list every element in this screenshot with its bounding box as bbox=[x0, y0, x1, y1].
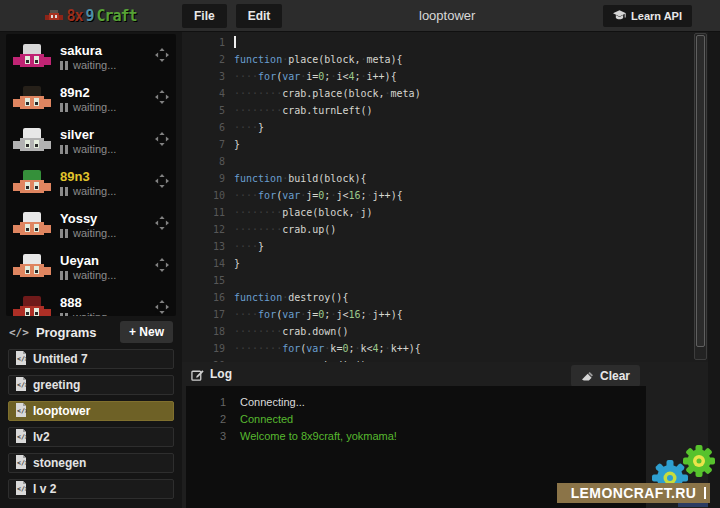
svg-text:</>: </> bbox=[17, 355, 27, 363]
code-text: } bbox=[234, 136, 240, 153]
player-name: 89n2 bbox=[60, 85, 155, 100]
program-file-icon: </> bbox=[15, 403, 27, 420]
code-line: 8 bbox=[182, 153, 708, 170]
move-icon[interactable] bbox=[155, 48, 169, 66]
code-text: function·place(block,·meta){ bbox=[234, 51, 403, 68]
code-line: 9function·build(block){ bbox=[182, 170, 708, 187]
player-row[interactable]: Ueyanwaiting... bbox=[6, 246, 176, 288]
program-item[interactable]: </>greeting bbox=[8, 375, 174, 395]
crab-body bbox=[20, 306, 44, 317]
line-number: 14 bbox=[182, 255, 234, 272]
svg-text:</>: </> bbox=[17, 381, 27, 389]
program-list: </>Untitled 7</>greeting</>looptower</>l… bbox=[0, 349, 182, 499]
player-row[interactable]: sakurawaiting... bbox=[6, 36, 176, 78]
code-text: ····} bbox=[234, 119, 264, 136]
log-title: Log bbox=[210, 367, 232, 381]
line-number: 16 bbox=[182, 289, 234, 306]
line-number: 18 bbox=[182, 323, 234, 340]
code-text: ········crab.down() bbox=[234, 323, 348, 340]
programs-title: Programs bbox=[36, 325, 120, 340]
program-file-icon: </> bbox=[15, 351, 27, 368]
crab-head bbox=[23, 212, 41, 222]
code-text: ····} bbox=[234, 238, 264, 255]
line-number: 12 bbox=[182, 221, 234, 238]
player-row[interactable]: 89n3waiting... bbox=[6, 162, 176, 204]
log-entry: 2Connected bbox=[186, 411, 646, 428]
program-file-icon: </> bbox=[15, 481, 27, 498]
player-row[interactable]: Yossywaiting... bbox=[6, 204, 176, 246]
code-line: 2function·place(block,·meta){ bbox=[182, 51, 708, 68]
clear-log-button[interactable]: Clear bbox=[571, 365, 640, 387]
watermark-text: LEMONCRAFT.RU bbox=[571, 485, 697, 501]
crab-eye bbox=[34, 56, 39, 64]
code-line: 19········for(var·k=0;·k<4;·k++){ bbox=[182, 340, 708, 357]
crab-body bbox=[20, 180, 44, 193]
code-line: 5········crab.turnLeft() bbox=[182, 102, 708, 119]
player-row[interactable]: 89n2waiting... bbox=[6, 78, 176, 120]
watermark-subtext bbox=[678, 503, 708, 507]
code-line: 15 bbox=[182, 272, 708, 289]
player-info: Ueyanwaiting... bbox=[60, 253, 155, 281]
log-entry-text: Connecting... bbox=[240, 394, 305, 411]
program-file-icon: </> bbox=[15, 429, 27, 446]
player-status-text: waiting... bbox=[73, 101, 116, 113]
player-status: waiting... bbox=[60, 143, 155, 155]
crab-head bbox=[23, 296, 41, 306]
editor-scrollbar-thumb[interactable] bbox=[696, 35, 705, 347]
move-icon[interactable] bbox=[155, 216, 169, 234]
pause-icon bbox=[60, 271, 68, 280]
player-info: 89n2waiting... bbox=[60, 85, 155, 113]
crab-avatar bbox=[13, 128, 51, 155]
log-entry-number: 3 bbox=[186, 428, 226, 445]
program-item[interactable]: </>lv2 bbox=[8, 427, 174, 447]
new-program-button[interactable]: + New bbox=[120, 321, 173, 343]
code-line: 18········crab.down() bbox=[182, 323, 708, 340]
code-line: 3····for(var·i=0;·i<4;·i++){ bbox=[182, 68, 708, 85]
program-item[interactable]: </>Untitled 7 bbox=[8, 349, 174, 369]
code-line: 4········crab.place(block,·meta) bbox=[182, 85, 708, 102]
eraser-icon bbox=[581, 371, 594, 382]
crab-head bbox=[23, 128, 41, 138]
code-text: ········crab.up() bbox=[234, 221, 336, 238]
graduation-cap-icon bbox=[613, 10, 626, 21]
code-line: 7} bbox=[182, 136, 708, 153]
code-line: 13····} bbox=[182, 238, 708, 255]
move-icon[interactable] bbox=[155, 132, 169, 150]
move-icon[interactable] bbox=[155, 258, 169, 276]
svg-text:</>: </> bbox=[17, 459, 27, 467]
player-status-text: waiting... bbox=[73, 311, 116, 316]
player-status: waiting... bbox=[60, 269, 155, 281]
crab-eye bbox=[34, 182, 39, 190]
program-item[interactable]: </>stonegen bbox=[8, 453, 174, 473]
crab-eye bbox=[34, 98, 39, 106]
code-line: 16function·destroy(){ bbox=[182, 289, 708, 306]
log-entry: 3Welcome to 8x9craft, yokmama! bbox=[186, 428, 646, 445]
code-text: ········for(var·k=0;·k<4;·k++){ bbox=[234, 340, 421, 357]
crab-logo-icon bbox=[45, 9, 63, 23]
learn-api-button[interactable]: Learn API bbox=[603, 5, 692, 27]
program-item[interactable]: </>l v 2 bbox=[8, 479, 174, 499]
player-name: 888 bbox=[60, 295, 155, 310]
crab-head bbox=[23, 44, 41, 54]
file-menu-button[interactable]: File bbox=[182, 4, 227, 28]
move-icon[interactable] bbox=[155, 90, 169, 108]
crab-eye bbox=[25, 224, 30, 232]
svg-text:</>: </> bbox=[17, 485, 27, 493]
code-line: 11········place(block,·j) bbox=[182, 204, 708, 221]
log-note-icon bbox=[191, 368, 204, 381]
player-row[interactable]: 888waiting... bbox=[6, 288, 176, 316]
line-number: 1 bbox=[182, 34, 234, 51]
player-row[interactable]: silverwaiting... bbox=[6, 120, 176, 162]
edit-menu-button[interactable]: Edit bbox=[236, 4, 283, 28]
code-text: } bbox=[234, 255, 240, 272]
crab-claw-right bbox=[43, 99, 51, 107]
player-list[interactable]: sakurawaiting...89n2waiting...silverwait… bbox=[6, 34, 176, 316]
move-icon[interactable] bbox=[155, 174, 169, 192]
line-number: 11 bbox=[182, 204, 234, 221]
program-item[interactable]: </>looptower bbox=[8, 401, 174, 421]
editor-scrollbar[interactable] bbox=[694, 33, 707, 360]
learn-api-label: Learn API bbox=[631, 10, 682, 22]
code-editor[interactable]: 12function·place(block,·meta){3····for(v… bbox=[182, 32, 708, 362]
line-number: 19 bbox=[182, 340, 234, 357]
move-icon[interactable] bbox=[155, 300, 169, 316]
